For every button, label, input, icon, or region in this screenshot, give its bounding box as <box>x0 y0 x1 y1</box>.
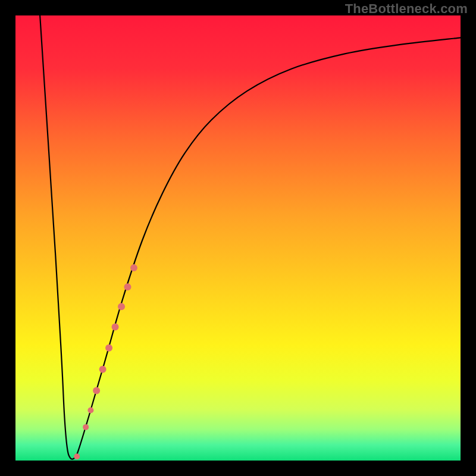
chart-svg <box>15 15 461 461</box>
highlight-dot <box>93 387 100 394</box>
highlight-dot <box>105 345 112 352</box>
gradient-background <box>15 15 461 461</box>
highlight-dot <box>99 366 107 373</box>
highlight-dot <box>74 453 80 459</box>
watermark-label: TheBottleneck.com <box>345 1 468 17</box>
chart-frame: TheBottleneck.com <box>0 0 476 476</box>
highlight-dot <box>124 283 131 290</box>
highlight-dot <box>112 324 119 331</box>
highlight-dot <box>130 264 137 271</box>
highlight-dot <box>87 407 93 413</box>
plot-area <box>15 15 461 461</box>
highlight-dot <box>83 424 89 430</box>
highlight-dot <box>118 303 125 310</box>
